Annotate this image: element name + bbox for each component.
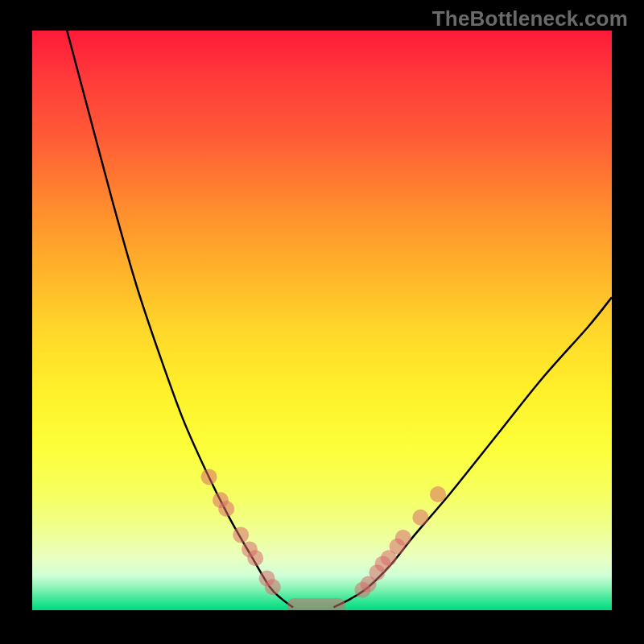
data-dot [390,539,406,555]
chart-svg [32,31,612,610]
data-dot [233,526,249,543]
data-dot [218,501,234,517]
bottom-flat-segment [287,598,345,610]
data-dot [412,510,428,526]
left-curve [67,31,293,607]
data-dot [381,550,397,566]
data-dot [430,486,446,502]
data-dot [369,564,385,580]
data-dot [201,469,217,485]
data-dots [201,469,446,597]
data-dot [259,570,275,586]
right-curve [333,297,612,607]
watermark-text: TheBottleneck.com [432,6,628,31]
data-dot [213,492,229,508]
data-dot [265,579,281,595]
data-dot [361,576,377,592]
data-dot [375,555,391,572]
plot-area [32,31,612,610]
data-dot [395,530,411,546]
data-dot [354,582,370,598]
data-dot [242,541,258,557]
chart-container: TheBottleneck.com [0,0,644,644]
data-dot [247,550,263,566]
